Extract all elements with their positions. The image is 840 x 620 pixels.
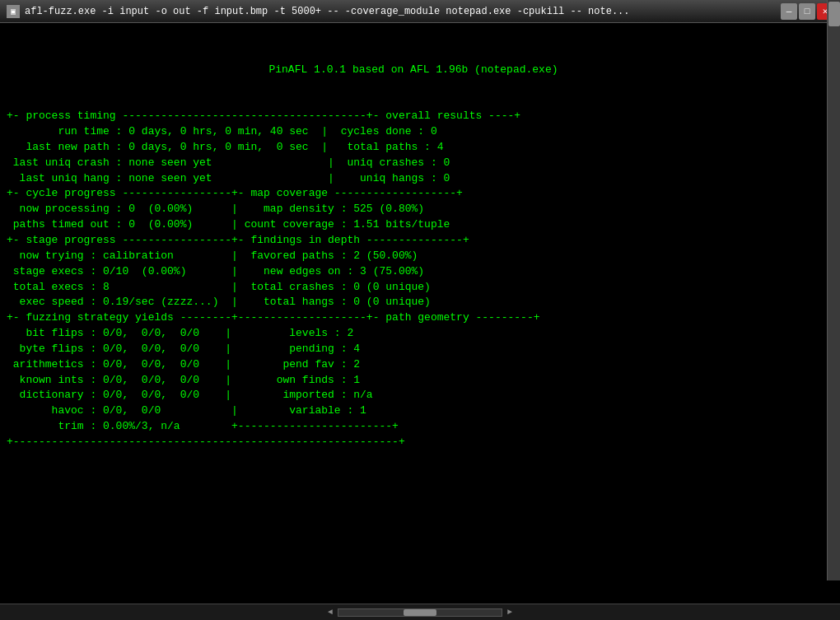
- terminal-line: run time : 0 days, 0 hrs, 0 min, 40 sec …: [7, 124, 820, 140]
- horizontal-thumb[interactable]: [404, 609, 436, 616]
- title-bar-text: afl-fuzz.exe -i input -o out -f input.bm…: [25, 6, 781, 17]
- terminal-line: havoc : 0/0, 0/0 | variable : 1: [7, 403, 820, 419]
- scrollbar[interactable]: [827, 0, 840, 580]
- terminal-line: +- fuzzing strategy yields --------+----…: [7, 310, 820, 326]
- terminal-line: now trying : calibration | favored paths…: [7, 249, 820, 264]
- terminal-line: last uniq crash : none seen yet | uniq c…: [7, 156, 820, 171]
- terminal-line: known ints : 0/0, 0/0, 0/0 | own finds :…: [7, 373, 820, 389]
- scrollbar-thumb[interactable]: [828, 2, 840, 26]
- terminal-line: +- cycle progress -----------------+- ma…: [7, 186, 820, 202]
- title-bar-icon: ▣: [7, 5, 20, 18]
- terminal-line: paths timed out : 0 (0.00%) | count cove…: [7, 217, 820, 233]
- scroll-right-arrow[interactable]: ►: [502, 608, 517, 617]
- terminal-line: exec speed : 0.19/sec (zzzz...) | total …: [7, 295, 820, 310]
- title-bar-buttons: — □ ✕: [781, 3, 833, 20]
- terminal-line: arithmetics : 0/0, 0/0, 0/0 | pend fav :…: [7, 357, 820, 373]
- terminal-area: PinAFL 1.0.1 based on AFL 1.96b (notepad…: [0, 23, 840, 604]
- terminal-line: +- stage progress -----------------+- fi…: [7, 233, 820, 249]
- terminal-line: last uniq hang : none seen yet | uniq ha…: [7, 171, 820, 187]
- scroll-left-arrow[interactable]: ◄: [323, 608, 338, 617]
- terminal-line: +---------------------------------------…: [7, 435, 820, 450]
- terminal-line: trim : 0.00%/3, n/a +-------------------…: [7, 419, 820, 435]
- terminal-header-line: PinAFL 1.0.1 based on AFL 1.96b (notepad…: [7, 63, 820, 78]
- terminal-line: stage execs : 0/10 (0.00%) | new edges o…: [7, 264, 820, 280]
- title-bar: ▣ afl-fuzz.exe -i input -o out -f input.…: [0, 0, 840, 23]
- terminal-line: now processing : 0 (0.00%) | map density…: [7, 202, 820, 217]
- terminal-line: +- process timing ----------------------…: [7, 109, 820, 124]
- terminal-line: bit flips : 0/0, 0/0, 0/0 | levels : 2: [7, 326, 820, 342]
- minimize-button[interactable]: —: [781, 3, 797, 20]
- terminal-line: dictionary : 0/0, 0/0, 0/0 | imported : …: [7, 388, 820, 403]
- scrollbar-track[interactable]: [338, 608, 502, 617]
- status-bar: ◄ ►: [0, 604, 840, 620]
- terminal-line: last new path : 0 days, 0 hrs, 0 min, 0 …: [7, 140, 820, 156]
- terminal-content: PinAFL 1.0.1 based on AFL 1.96b (notepad…: [7, 31, 820, 481]
- terminal-line: total execs : 8 | total crashes : 0 (0 u…: [7, 280, 820, 296]
- maximize-button[interactable]: □: [799, 3, 815, 20]
- terminal-line: byte flips : 0/0, 0/0, 0/0 | pending : 4: [7, 342, 820, 357]
